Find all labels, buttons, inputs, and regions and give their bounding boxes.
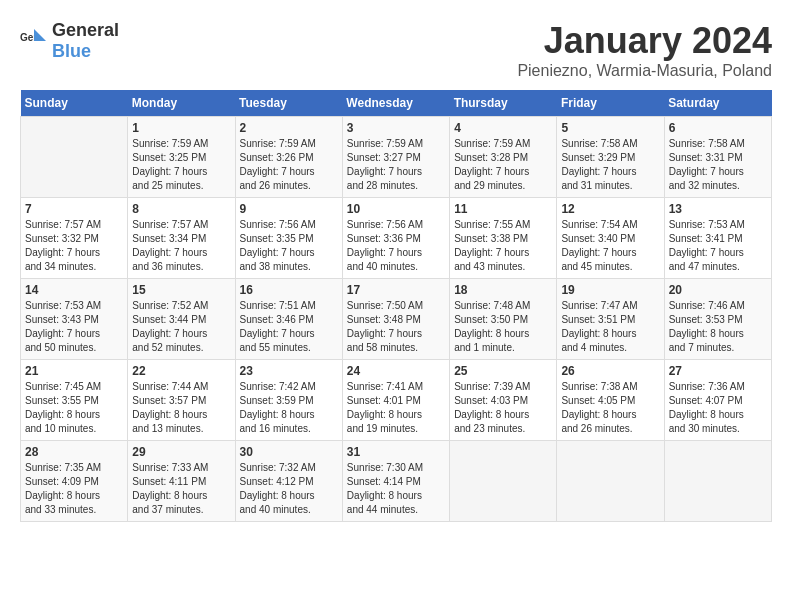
calendar-cell	[557, 441, 664, 522]
week-row-4: 28Sunrise: 7:35 AM Sunset: 4:09 PM Dayli…	[21, 441, 772, 522]
calendar-cell: 3Sunrise: 7:59 AM Sunset: 3:27 PM Daylig…	[342, 117, 449, 198]
calendar-cell: 20Sunrise: 7:46 AM Sunset: 3:53 PM Dayli…	[664, 279, 771, 360]
day-number: 6	[669, 121, 767, 135]
day-info: Sunrise: 7:33 AM Sunset: 4:11 PM Dayligh…	[132, 461, 230, 517]
logo-blue: Blue	[52, 41, 91, 61]
day-info: Sunrise: 7:41 AM Sunset: 4:01 PM Dayligh…	[347, 380, 445, 436]
day-number: 8	[132, 202, 230, 216]
day-info: Sunrise: 7:52 AM Sunset: 3:44 PM Dayligh…	[132, 299, 230, 355]
day-number: 10	[347, 202, 445, 216]
day-number: 4	[454, 121, 552, 135]
day-info: Sunrise: 7:57 AM Sunset: 3:32 PM Dayligh…	[25, 218, 123, 274]
day-number: 23	[240, 364, 338, 378]
day-info: Sunrise: 7:56 AM Sunset: 3:36 PM Dayligh…	[347, 218, 445, 274]
day-info: Sunrise: 7:35 AM Sunset: 4:09 PM Dayligh…	[25, 461, 123, 517]
calendar-cell: 17Sunrise: 7:50 AM Sunset: 3:48 PM Dayli…	[342, 279, 449, 360]
day-number: 26	[561, 364, 659, 378]
calendar-cell: 25Sunrise: 7:39 AM Sunset: 4:03 PM Dayli…	[450, 360, 557, 441]
calendar-table: SundayMondayTuesdayWednesdayThursdayFrid…	[20, 90, 772, 522]
header-thursday: Thursday	[450, 90, 557, 117]
header-wednesday: Wednesday	[342, 90, 449, 117]
calendar-cell: 26Sunrise: 7:38 AM Sunset: 4:05 PM Dayli…	[557, 360, 664, 441]
day-number: 9	[240, 202, 338, 216]
day-number: 16	[240, 283, 338, 297]
day-info: Sunrise: 7:59 AM Sunset: 3:27 PM Dayligh…	[347, 137, 445, 193]
day-number: 21	[25, 364, 123, 378]
calendar-cell: 31Sunrise: 7:30 AM Sunset: 4:14 PM Dayli…	[342, 441, 449, 522]
calendar-cell: 7Sunrise: 7:57 AM Sunset: 3:32 PM Daylig…	[21, 198, 128, 279]
day-number: 12	[561, 202, 659, 216]
logo-general: General	[52, 20, 119, 40]
svg-marker-1	[34, 29, 46, 41]
day-number: 22	[132, 364, 230, 378]
day-number: 25	[454, 364, 552, 378]
calendar-cell: 30Sunrise: 7:32 AM Sunset: 4:12 PM Dayli…	[235, 441, 342, 522]
day-info: Sunrise: 7:59 AM Sunset: 3:25 PM Dayligh…	[132, 137, 230, 193]
week-row-3: 21Sunrise: 7:45 AM Sunset: 3:55 PM Dayli…	[21, 360, 772, 441]
day-number: 1	[132, 121, 230, 135]
day-number: 28	[25, 445, 123, 459]
day-number: 14	[25, 283, 123, 297]
day-info: Sunrise: 7:32 AM Sunset: 4:12 PM Dayligh…	[240, 461, 338, 517]
calendar-cell: 11Sunrise: 7:55 AM Sunset: 3:38 PM Dayli…	[450, 198, 557, 279]
day-number: 29	[132, 445, 230, 459]
calendar-cell: 19Sunrise: 7:47 AM Sunset: 3:51 PM Dayli…	[557, 279, 664, 360]
calendar-cell: 13Sunrise: 7:53 AM Sunset: 3:41 PM Dayli…	[664, 198, 771, 279]
day-number: 20	[669, 283, 767, 297]
calendar-cell: 15Sunrise: 7:52 AM Sunset: 3:44 PM Dayli…	[128, 279, 235, 360]
calendar-cell: 22Sunrise: 7:44 AM Sunset: 3:57 PM Dayli…	[128, 360, 235, 441]
calendar-cell: 9Sunrise: 7:56 AM Sunset: 3:35 PM Daylig…	[235, 198, 342, 279]
calendar-body: 1Sunrise: 7:59 AM Sunset: 3:25 PM Daylig…	[21, 117, 772, 522]
day-info: Sunrise: 7:45 AM Sunset: 3:55 PM Dayligh…	[25, 380, 123, 436]
day-info: Sunrise: 7:46 AM Sunset: 3:53 PM Dayligh…	[669, 299, 767, 355]
day-info: Sunrise: 7:54 AM Sunset: 3:40 PM Dayligh…	[561, 218, 659, 274]
day-info: Sunrise: 7:39 AM Sunset: 4:03 PM Dayligh…	[454, 380, 552, 436]
day-number: 30	[240, 445, 338, 459]
calendar-cell: 4Sunrise: 7:59 AM Sunset: 3:28 PM Daylig…	[450, 117, 557, 198]
day-info: Sunrise: 7:58 AM Sunset: 3:31 PM Dayligh…	[669, 137, 767, 193]
day-number: 11	[454, 202, 552, 216]
day-number: 31	[347, 445, 445, 459]
day-info: Sunrise: 7:30 AM Sunset: 4:14 PM Dayligh…	[347, 461, 445, 517]
day-info: Sunrise: 7:36 AM Sunset: 4:07 PM Dayligh…	[669, 380, 767, 436]
week-row-2: 14Sunrise: 7:53 AM Sunset: 3:43 PM Dayli…	[21, 279, 772, 360]
calendar-cell: 12Sunrise: 7:54 AM Sunset: 3:40 PM Dayli…	[557, 198, 664, 279]
day-number: 13	[669, 202, 767, 216]
day-number: 3	[347, 121, 445, 135]
header-sunday: Sunday	[21, 90, 128, 117]
logo: Gen General Blue	[20, 20, 119, 62]
calendar-cell: 21Sunrise: 7:45 AM Sunset: 3:55 PM Dayli…	[21, 360, 128, 441]
calendar-cell: 29Sunrise: 7:33 AM Sunset: 4:11 PM Dayli…	[128, 441, 235, 522]
day-number: 2	[240, 121, 338, 135]
day-info: Sunrise: 7:57 AM Sunset: 3:34 PM Dayligh…	[132, 218, 230, 274]
calendar-cell: 2Sunrise: 7:59 AM Sunset: 3:26 PM Daylig…	[235, 117, 342, 198]
day-info: Sunrise: 7:59 AM Sunset: 3:26 PM Dayligh…	[240, 137, 338, 193]
main-title: January 2024	[517, 20, 772, 62]
day-info: Sunrise: 7:56 AM Sunset: 3:35 PM Dayligh…	[240, 218, 338, 274]
calendar-cell: 24Sunrise: 7:41 AM Sunset: 4:01 PM Dayli…	[342, 360, 449, 441]
calendar-header-row: SundayMondayTuesdayWednesdayThursdayFrid…	[21, 90, 772, 117]
day-info: Sunrise: 7:58 AM Sunset: 3:29 PM Dayligh…	[561, 137, 659, 193]
day-info: Sunrise: 7:53 AM Sunset: 3:43 PM Dayligh…	[25, 299, 123, 355]
day-info: Sunrise: 7:44 AM Sunset: 3:57 PM Dayligh…	[132, 380, 230, 436]
logo-icon: Gen	[20, 27, 48, 55]
calendar-cell: 8Sunrise: 7:57 AM Sunset: 3:34 PM Daylig…	[128, 198, 235, 279]
calendar-cell: 16Sunrise: 7:51 AM Sunset: 3:46 PM Dayli…	[235, 279, 342, 360]
day-info: Sunrise: 7:59 AM Sunset: 3:28 PM Dayligh…	[454, 137, 552, 193]
header-tuesday: Tuesday	[235, 90, 342, 117]
calendar-cell	[450, 441, 557, 522]
day-info: Sunrise: 7:53 AM Sunset: 3:41 PM Dayligh…	[669, 218, 767, 274]
header-monday: Monday	[128, 90, 235, 117]
day-info: Sunrise: 7:51 AM Sunset: 3:46 PM Dayligh…	[240, 299, 338, 355]
calendar-cell	[21, 117, 128, 198]
day-number: 19	[561, 283, 659, 297]
day-info: Sunrise: 7:50 AM Sunset: 3:48 PM Dayligh…	[347, 299, 445, 355]
calendar-cell: 1Sunrise: 7:59 AM Sunset: 3:25 PM Daylig…	[128, 117, 235, 198]
day-info: Sunrise: 7:38 AM Sunset: 4:05 PM Dayligh…	[561, 380, 659, 436]
day-number: 27	[669, 364, 767, 378]
page-header: Gen General Blue January 2024 Pieniezno,…	[20, 20, 772, 80]
day-number: 5	[561, 121, 659, 135]
calendar-cell: 28Sunrise: 7:35 AM Sunset: 4:09 PM Dayli…	[21, 441, 128, 522]
calendar-cell: 5Sunrise: 7:58 AM Sunset: 3:29 PM Daylig…	[557, 117, 664, 198]
day-number: 15	[132, 283, 230, 297]
